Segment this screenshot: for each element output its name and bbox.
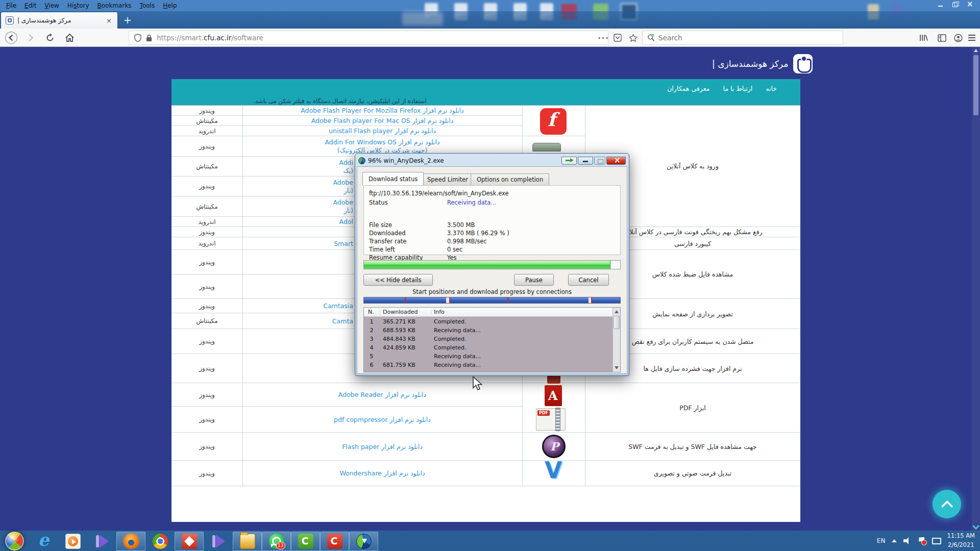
nav-item[interactable]: ارتباط با ما	[723, 85, 752, 92]
bookmark-star-icon[interactable]	[626, 30, 640, 45]
taskbar-app-button[interactable]	[58, 532, 87, 551]
taskbar-app-button[interactable]	[29, 532, 58, 551]
dialog-tab[interactable]: Download status	[362, 172, 424, 185]
restore-button[interactable]	[951, 2, 959, 8]
menu-item[interactable]: Help	[159, 1, 181, 11]
download-link[interactable]: دانلود نرم افزار Flash paper	[342, 443, 423, 450]
download-link[interactable]: دانلود نرم افزار Adobe Flash player For …	[311, 117, 454, 124]
menu-item[interactable]: View	[40, 1, 63, 11]
nav-item[interactable]: خانه	[766, 85, 777, 92]
reload-button[interactable]	[42, 30, 58, 45]
dialog-tab[interactable]: Options on completion	[471, 173, 549, 185]
list-scrollbar[interactable]	[612, 308, 620, 372]
taskbar-app-button[interactable]	[291, 532, 320, 551]
list-scroll-up-icon[interactable]	[615, 310, 619, 313]
menu-item[interactable]: File	[2, 1, 20, 11]
tab-close-icon[interactable]: ×	[105, 17, 113, 24]
scrollbar-up-icon[interactable]	[974, 49, 978, 52]
taskbar-app-button[interactable]	[87, 532, 116, 551]
taskbar-app-button[interactable]	[233, 532, 262, 551]
cancel-button[interactable]: Cancel	[568, 274, 609, 286]
sidebar-icon[interactable]	[934, 30, 949, 45]
download-link[interactable]: Camtasia	[323, 302, 353, 310]
taskbar-app-button[interactable]	[145, 532, 175, 551]
download-link[interactable]: Adobe	[333, 198, 353, 206]
taskbar-app-icon[interactable]	[36, 534, 52, 549]
library-icon[interactable]	[916, 30, 931, 45]
forward-button[interactable]	[22, 30, 39, 45]
download-link-line2[interactable]: (نار	[344, 207, 353, 214]
taskbar-app-button[interactable]	[116, 532, 145, 551]
language-indicator[interactable]: EN	[877, 537, 886, 544]
download-link[interactable]: Addi	[339, 159, 353, 166]
menu-item[interactable]: History	[63, 1, 93, 11]
tracking-shield-icon[interactable]	[134, 34, 141, 42]
download-link-line2[interactable]: (یک	[343, 167, 353, 174]
taskbar-app-icon[interactable]	[94, 534, 110, 549]
taskbar-app-button[interactable]	[349, 532, 378, 551]
menu-item[interactable]: Bookmarks	[93, 1, 136, 11]
page-actions-icon[interactable]: •••	[597, 30, 609, 45]
menu-item[interactable]: Edit	[20, 1, 40, 11]
taskbar-app-icon[interactable]	[327, 534, 342, 549]
search-input[interactable]	[658, 34, 838, 42]
connection-row[interactable]: 5 Receiving data...	[364, 352, 612, 361]
taskbar-app-button[interactable]: 13	[262, 532, 291, 551]
taskbar-app-icon[interactable]	[153, 534, 168, 549]
connection-row[interactable]: 1 365.271 KB Completed.	[364, 317, 612, 326]
download-link[interactable]: دانلود نرم افزار Adobe Flash Player For …	[301, 107, 464, 114]
dialog-maximize-button[interactable]	[594, 157, 605, 165]
connection-row[interactable]: 3 484.843 KB Completed.	[364, 335, 612, 343]
pocket-icon[interactable]	[610, 30, 625, 45]
taskbar-app-icon[interactable]	[298, 534, 313, 549]
taskbar-app-button[interactable]	[204, 532, 233, 551]
nav-item[interactable]: معرفی همکاران	[667, 85, 709, 92]
action-center-flag-icon[interactable]	[918, 537, 925, 545]
connection-row[interactable]: 4 424.859 KB Completed.	[364, 343, 612, 352]
browser-tab[interactable]: | مرکز هوشمندسازی ×	[1, 12, 117, 29]
search-box[interactable]	[642, 31, 843, 45]
dialog-minimize-button[interactable]	[578, 157, 593, 165]
taskbar-app-icon[interactable]: 13	[269, 534, 284, 549]
taskbar-app-button[interactable]	[175, 532, 204, 551]
download-link[interactable]: دانلود نرم افزار pdf copmpressor	[334, 416, 431, 423]
download-link[interactable]: دانلود نرم افزار Wondershare	[339, 469, 425, 477]
home-button[interactable]	[61, 30, 78, 45]
taskbar-app-icon[interactable]	[356, 534, 372, 549]
dialog-titlebar[interactable]: 96% win_AnyDesk_2.exe	[357, 155, 627, 166]
download-link[interactable]: دانلود نرم افزار unistall Flash player	[329, 127, 436, 135]
page-scrollbar[interactable]	[972, 47, 980, 531]
download-link[interactable]: Smart	[334, 240, 353, 247]
download-link[interactable]: دانلود نرم افزار Adobe Reader	[338, 391, 426, 398]
taskbar-app-icon[interactable]	[124, 534, 139, 549]
download-link[interactable]: دانلود نرم افزار Addin For Windows OS	[325, 138, 439, 146]
volume-icon[interactable]	[903, 537, 912, 544]
hide-details-button[interactable]: << Hide details	[363, 274, 433, 286]
taskbar-app-icon[interactable]	[65, 534, 81, 549]
taskbar-app-icon[interactable]	[211, 534, 226, 549]
tray-expand-icon[interactable]	[892, 539, 897, 542]
scrollbar-thumb[interactable]	[973, 55, 978, 115]
list-scroll-thumb[interactable]	[614, 316, 620, 329]
lock-icon[interactable]	[146, 34, 152, 42]
close-button[interactable]	[966, 2, 973, 8]
scroll-to-top-button[interactable]	[933, 490, 961, 518]
network-icon[interactable]	[932, 538, 940, 544]
download-link[interactable]: Adol	[339, 218, 353, 226]
scrollbar-down-icon[interactable]	[972, 522, 979, 530]
account-icon[interactable]	[950, 30, 966, 45]
hamburger-menu-icon[interactable]	[965, 30, 979, 45]
list-scroll-down-icon[interactable]	[615, 366, 619, 369]
pause-button[interactable]: Pause	[514, 274, 554, 286]
dialog-tab[interactable]: Speed Limiter	[421, 173, 474, 185]
connection-row[interactable]: 2 688.593 KB Receiving data...	[364, 326, 612, 335]
download-link[interactable]: Adobe	[333, 179, 353, 186]
minimize-button[interactable]	[937, 2, 944, 8]
download-link-line2[interactable]: (نار	[344, 187, 353, 194]
taskbar-app-icon[interactable]	[182, 534, 197, 549]
minimize-to-tray-button[interactable]	[561, 157, 577, 165]
new-tab-button[interactable]: +	[120, 14, 135, 27]
dialog-close-button[interactable]	[606, 157, 626, 165]
menu-item[interactable]: Tools	[136, 1, 159, 11]
taskbar-app-icon[interactable]	[240, 534, 255, 549]
